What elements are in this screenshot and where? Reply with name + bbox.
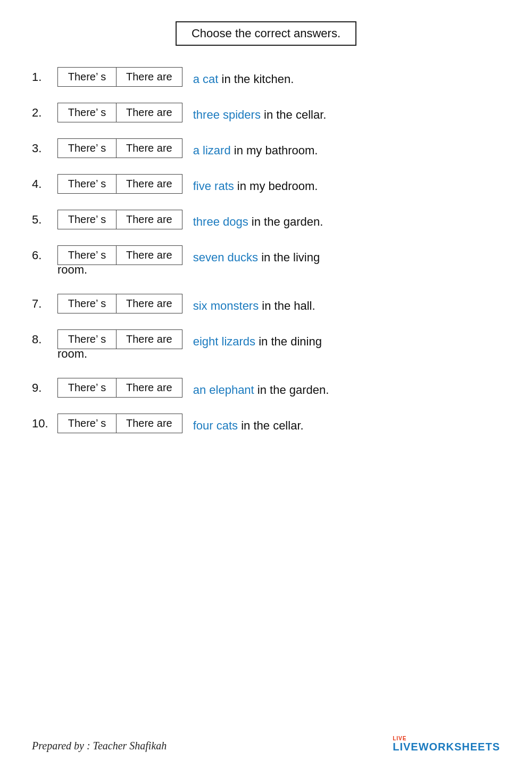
footer-logo: LIVE LIVEWORKSHEETS: [393, 736, 500, 752]
sentence-highlight: seven ducks: [193, 251, 258, 264]
sentence-rest: in the hall.: [259, 299, 315, 312]
sentence-rest: in my bedroom.: [234, 179, 318, 193]
question-item: 7.There’ sThere aresix monsters in the h…: [32, 294, 500, 315]
answer-box-thereare[interactable]: There are: [116, 174, 182, 194]
answer-boxes: There’ sThere are: [57, 174, 182, 194]
sentence-extra: room.: [32, 263, 500, 279]
question-list: 1.There’ sThere area cat in the kitchen.…: [32, 67, 500, 434]
answer-boxes: There’ sThere are: [57, 245, 182, 265]
answer-boxes: There’ sThere are: [57, 138, 182, 158]
sentence-text: three dogs in the garden.: [193, 210, 500, 230]
question-number: 10.: [32, 414, 57, 431]
question-item: 9.There’ sThere arean elephant in the ga…: [32, 378, 500, 399]
sentence-text: a cat in the kitchen.: [193, 67, 500, 88]
sentence-highlight: an elephant: [193, 383, 254, 397]
sentence-highlight: three spiders: [193, 108, 261, 121]
sentence-text: a lizard in my bathroom.: [193, 138, 500, 159]
question-number: 6.: [32, 245, 57, 262]
question-number: 1.: [32, 67, 57, 84]
answer-box-thereare[interactable]: There are: [116, 414, 182, 433]
question-item-extra: room.: [32, 356, 500, 363]
answer-box-thereare[interactable]: There are: [116, 67, 182, 87]
sentence-text: four cats in the cellar.: [193, 414, 500, 434]
sentence-text: an elephant in the garden.: [193, 378, 500, 399]
answer-box-thereare[interactable]: There are: [116, 210, 182, 229]
question-item: 4.There’ sThere arefive rats in my bedro…: [32, 174, 500, 195]
answer-box-theres[interactable]: There’ s: [57, 103, 116, 122]
sentence-text: six monsters in the hall.: [193, 294, 500, 315]
sentence-rest: in the kitchen.: [218, 72, 294, 86]
footer-author: Prepared by : Teacher Shafikah: [32, 740, 167, 752]
sentence-rest: in the cellar.: [238, 419, 304, 432]
answer-box-thereare[interactable]: There are: [116, 378, 182, 398]
footer: Prepared by : Teacher Shafikah LIVE LIVE…: [32, 736, 500, 752]
answer-boxes: There’ sThere are: [57, 294, 182, 313]
question-item: 10.There’ sThere arefour cats in the cel…: [32, 414, 500, 434]
answer-boxes: There’ sThere are: [57, 414, 182, 433]
sentence-highlight: four cats: [193, 419, 238, 432]
page-title-container: Choose the correct answers.: [32, 21, 500, 46]
page-title-box: Choose the correct answers.: [176, 21, 356, 46]
sentence-highlight: a cat: [193, 72, 219, 86]
sentence-highlight: eight lizards: [193, 335, 255, 348]
question-number: 9.: [32, 378, 57, 395]
sentence-text: five rats in my bedroom.: [193, 174, 500, 195]
question-item-extra: room.: [32, 271, 500, 279]
answer-box-theres[interactable]: There’ s: [57, 378, 116, 398]
question-number: 7.: [32, 294, 57, 311]
sentence-highlight: five rats: [193, 179, 234, 193]
answer-boxes: There’ sThere are: [57, 329, 182, 349]
answer-box-theres[interactable]: There’ s: [57, 138, 116, 158]
answer-boxes: There’ sThere are: [57, 378, 182, 398]
answer-box-thereare[interactable]: There are: [116, 138, 182, 158]
answer-box-theres[interactable]: There’ s: [57, 67, 116, 87]
logo-main: LIVEWORKSHEETS: [393, 741, 500, 752]
question-number: 8.: [32, 329, 57, 346]
question-item: 5.There’ sThere arethree dogs in the gar…: [32, 210, 500, 230]
answer-box-thereare[interactable]: There are: [116, 294, 182, 313]
answer-box-theres[interactable]: There’ s: [57, 174, 116, 194]
sentence-highlight: three dogs: [193, 215, 248, 228]
answer-box-thereare[interactable]: There are: [116, 245, 182, 265]
question-number: 2.: [32, 103, 57, 120]
question-item: 2.There’ sThere arethree spiders in the …: [32, 103, 500, 123]
sentence-rest: in the cellar.: [261, 108, 327, 121]
sentence-text: three spiders in the cellar.: [193, 103, 500, 123]
answer-boxes: There’ sThere are: [57, 103, 182, 122]
sentence-rest: in the living: [258, 251, 320, 264]
sentence-rest: in my bathroom.: [231, 144, 318, 157]
question-number: 3.: [32, 138, 57, 155]
sentence-highlight: six monsters: [193, 299, 259, 312]
answer-boxes: There’ sThere are: [57, 67, 182, 87]
question-item: 3.There’ sThere area lizard in my bathro…: [32, 138, 500, 159]
answer-box-theres[interactable]: There’ s: [57, 245, 116, 265]
question-number: 4.: [32, 174, 57, 191]
sentence-rest: in the dining: [255, 335, 322, 348]
answer-boxes: There’ sThere are: [57, 210, 182, 229]
answer-box-thereare[interactable]: There are: [116, 329, 182, 349]
answer-box-theres[interactable]: There’ s: [57, 210, 116, 229]
sentence-rest: in the garden.: [254, 383, 329, 397]
answer-box-theres[interactable]: There’ s: [57, 329, 116, 349]
answer-box-theres[interactable]: There’ s: [57, 294, 116, 313]
answer-box-thereare[interactable]: There are: [116, 103, 182, 122]
sentence-extra: room.: [32, 347, 500, 363]
sentence-highlight: a lizard: [193, 144, 231, 157]
sentence-rest: in the garden.: [248, 215, 323, 228]
question-number: 5.: [32, 210, 57, 227]
question-item: 1.There’ sThere area cat in the kitchen.: [32, 67, 500, 88]
page-title: Choose the correct answers.: [192, 27, 340, 40]
answer-box-theres[interactable]: There’ s: [57, 414, 116, 433]
